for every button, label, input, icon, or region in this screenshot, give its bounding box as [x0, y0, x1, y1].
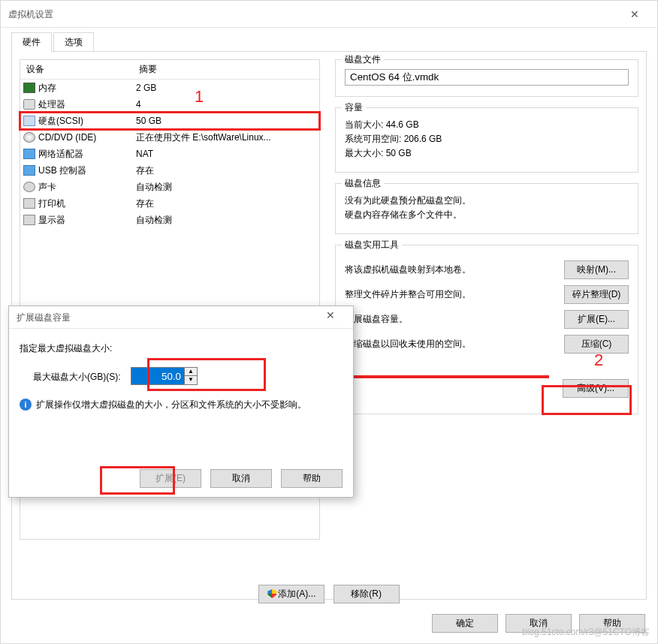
shield-icon	[267, 589, 276, 598]
disk-tools-group: 磁盘实用工具 将该虚拟机磁盘映射到本地卷。 映射(M)... 整理文件碎片并整合…	[335, 245, 638, 414]
dialog2-close-icon[interactable]: ✕	[315, 304, 346, 331]
defrag-desc: 整理文件碎片并整合可用空间。	[345, 288, 557, 301]
col-summary: 摘要	[133, 60, 319, 79]
vm-settings-window: 虚拟机设置 ✕ 硬件 选项 设备 摘要 内存2 GB处理器4硬盘(SCSI)50…	[0, 0, 658, 644]
window-title: 虚拟机设置	[8, 1, 53, 28]
printer-icon	[23, 198, 35, 209]
compact-desc: 压缩磁盘以回收未使用的空间。	[345, 338, 557, 351]
disk-info-line2: 硬盘内容存储在多个文件中。	[345, 209, 629, 221]
expand-desc: 扩展磁盘容量。	[345, 313, 557, 326]
device-row-cpu[interactable]: 处理器4	[20, 96, 319, 113]
device-name: 显示器	[38, 214, 65, 227]
max-size-label: 最大磁盘大小(GB)(S):	[33, 372, 121, 382]
device-summary: 存在	[136, 197, 316, 210]
device-name: 打印机	[38, 197, 65, 210]
device-summary: 存在	[136, 164, 316, 177]
net-icon	[23, 149, 35, 159]
device-table-header: 设备 摘要	[20, 60, 319, 80]
device-row-memory[interactable]: 内存2 GB	[20, 80, 319, 96]
defrag-button[interactable]: 碎片整理(D)	[564, 285, 629, 304]
device-summary: 正在使用文件 E:\softWare\Linux...	[136, 131, 316, 144]
device-row-disk[interactable]: 硬盘(SCSI)50 GB	[20, 113, 319, 129]
help-button[interactable]: 帮助	[579, 614, 645, 633]
ok-button[interactable]: 确定	[432, 614, 498, 633]
spinner-up-icon[interactable]: ▲	[185, 368, 197, 376]
device-row-net[interactable]: 网络适配器NAT	[20, 146, 319, 162]
dialog2-expand-button[interactable]: 扩展(E)	[140, 469, 201, 488]
add-device-button[interactable]: 添加(A)...	[258, 585, 324, 603]
device-summary: 2 GB	[136, 83, 316, 93]
device-name: 处理器	[38, 98, 65, 111]
advanced-button[interactable]: 高级(V)...	[563, 379, 629, 398]
device-name: 声卡	[38, 181, 56, 194]
close-icon[interactable]: ✕	[620, 1, 650, 28]
spinner-down-icon[interactable]: ▼	[185, 376, 197, 384]
device-summary: 自动检测	[136, 214, 316, 227]
device-summary: 自动检测	[136, 181, 316, 194]
disk-file-legend: 磁盘文件	[342, 53, 384, 66]
col-device: 设备	[20, 60, 133, 79]
capacity-free: 系统可用空间: 206.6 GB	[345, 133, 629, 146]
device-summary: NAT	[136, 149, 316, 159]
dialog2-info: 扩展操作仅增大虚拟磁盘的大小，分区和文件系统的大小不受影响。	[36, 399, 343, 411]
capacity-max: 最大大小: 50 GB	[345, 147, 629, 160]
titlebar: 虚拟机设置 ✕	[1, 1, 657, 28]
info-icon: i	[20, 399, 32, 411]
device-row-cd[interactable]: CD/DVD (IDE)正在使用文件 E:\softWare\Linux...	[20, 129, 319, 146]
expand-button[interactable]: 扩展(E)...	[564, 310, 629, 329]
device-name: 网络适配器	[38, 148, 83, 161]
remove-device-button[interactable]: 移除(R)	[334, 585, 400, 603]
cd-icon	[23, 132, 35, 143]
capacity-current: 当前大小: 44.6 GB	[345, 119, 629, 131]
disk-file-input[interactable]	[345, 69, 629, 86]
sound-icon	[23, 182, 35, 192]
device-row-printer[interactable]: 打印机存在	[20, 195, 319, 212]
dialog2-help-button[interactable]: 帮助	[281, 469, 343, 488]
tab-hardware[interactable]: 硬件	[11, 32, 52, 51]
cancel-button[interactable]: 取消	[506, 614, 572, 633]
device-row-sound[interactable]: 声卡自动检测	[20, 179, 319, 195]
device-row-display[interactable]: 显示器自动检测	[20, 212, 319, 228]
map-button[interactable]: 映射(M)...	[564, 260, 629, 279]
display-icon	[23, 215, 35, 225]
dialog2-title: 扩展磁盘容量	[17, 306, 71, 329]
usb-icon	[23, 165, 35, 176]
device-name: 内存	[38, 82, 56, 95]
memory-icon	[23, 83, 35, 93]
capacity-group: 容量 当前大小: 44.6 GB 系统可用空间: 206.6 GB 最大大小: …	[335, 107, 638, 173]
device-name: USB 控制器	[38, 164, 86, 177]
disk-info-group: 磁盘信息 没有为此硬盘预分配磁盘空间。 硬盘内容存储在多个文件中。	[335, 183, 638, 234]
max-size-input[interactable]	[131, 368, 184, 384]
disk-info-line1: 没有为此硬盘预分配磁盘空间。	[345, 194, 629, 207]
device-name: CD/DVD (IDE)	[38, 132, 96, 143]
expand-disk-dialog: 扩展磁盘容量 ✕ 指定最大虚拟磁盘大小: 最大磁盘大小(GB)(S): ▲ ▼ …	[8, 305, 354, 498]
dialog2-titlebar: 扩展磁盘容量 ✕	[9, 306, 353, 329]
disk-info-legend: 磁盘信息	[342, 177, 384, 190]
device-row-usb[interactable]: USB 控制器存在	[20, 162, 319, 179]
map-desc: 将该虚拟机磁盘映射到本地卷。	[345, 263, 557, 276]
disk-file-group: 磁盘文件	[335, 59, 638, 97]
cpu-icon	[23, 99, 35, 110]
tab-strip: 硬件 选项	[11, 32, 647, 52]
capacity-legend: 容量	[342, 101, 366, 114]
device-summary: 4	[136, 99, 316, 110]
disk-icon	[23, 116, 35, 126]
tab-options[interactable]: 选项	[53, 32, 94, 51]
device-name: 硬盘(SCSI)	[38, 115, 83, 128]
disk-tools-legend: 磁盘实用工具	[342, 239, 402, 251]
dialog2-cancel-button[interactable]: 取消	[210, 469, 272, 488]
device-summary: 50 GB	[136, 116, 316, 126]
dialog2-prompt: 指定最大虚拟磁盘大小:	[20, 342, 343, 355]
compact-button[interactable]: 压缩(C)	[564, 335, 629, 354]
